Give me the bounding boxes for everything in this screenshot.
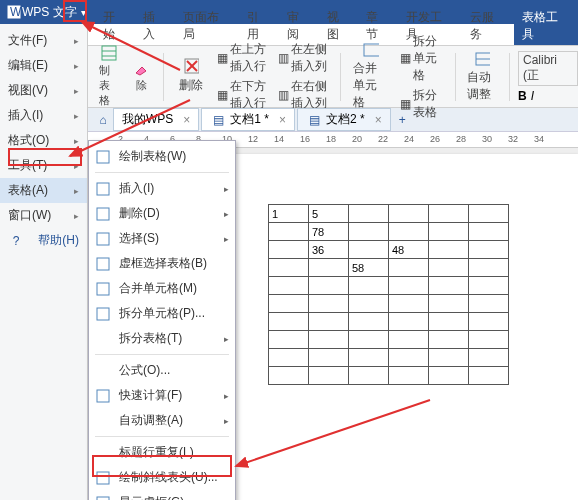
table-cell[interactable]: [349, 295, 389, 313]
table-cell[interactable]: 48: [389, 241, 429, 259]
submenu-item-splitc[interactable]: 拆分单元格(P)...: [89, 301, 235, 326]
table-cell[interactable]: [389, 277, 429, 295]
table-cell[interactable]: [389, 331, 429, 349]
table-cell[interactable]: [309, 259, 349, 277]
table-cell[interactable]: [269, 241, 309, 259]
table-row[interactable]: [269, 313, 509, 331]
menu-item-format[interactable]: 格式(O)▸: [0, 128, 87, 153]
table-cell[interactable]: [429, 241, 469, 259]
table-cell[interactable]: [469, 205, 509, 223]
tab-start[interactable]: 开始: [95, 7, 135, 45]
table-cell[interactable]: [349, 223, 389, 241]
table-cell[interactable]: [429, 205, 469, 223]
submenu-item-del[interactable]: 删除(D)▸: [89, 201, 235, 226]
doc-tab-mywps[interactable]: 我的WPS×: [113, 108, 199, 131]
tab-insert[interactable]: 插入: [135, 7, 175, 45]
menu-item-table[interactable]: 表格(A)▸: [0, 178, 87, 203]
submenu-item-merge[interactable]: 合并单元格(M): [89, 276, 235, 301]
table-cell[interactable]: [349, 241, 389, 259]
table-cell[interactable]: [429, 223, 469, 241]
submenu-item-sel[interactable]: 选择(S)▸: [89, 226, 235, 251]
doc-tab-2[interactable]: ▤文档2 *×: [297, 108, 391, 131]
table-cell[interactable]: 78: [309, 223, 349, 241]
submenu-item-dashsel[interactable]: 虚框选择表格(B): [89, 251, 235, 276]
table-cell[interactable]: [309, 367, 349, 385]
delete-button[interactable]: 删除: [172, 57, 210, 96]
table-cell[interactable]: [389, 295, 429, 313]
table-cell[interactable]: [349, 349, 389, 367]
close-icon[interactable]: ×: [375, 113, 382, 127]
table-row[interactable]: 78: [269, 223, 509, 241]
table-cell[interactable]: 58: [349, 259, 389, 277]
table-cell[interactable]: 5: [309, 205, 349, 223]
menu-item-window[interactable]: 窗口(W)▸: [0, 203, 87, 228]
table-cell[interactable]: [389, 223, 429, 241]
italic-button[interactable]: I: [531, 89, 534, 103]
insert-above-button[interactable]: ▦在上方插入行: [214, 40, 271, 76]
table-cell[interactable]: [269, 349, 309, 367]
table-cell[interactable]: [429, 313, 469, 331]
table-cell[interactable]: [389, 313, 429, 331]
submenu-item-showdash[interactable]: 显示虚框(G): [89, 490, 235, 500]
submenu-item-draw[interactable]: 绘制表格(W): [89, 144, 235, 169]
title-dropdown-icon[interactable]: ▾: [81, 7, 86, 18]
table-cell[interactable]: [469, 349, 509, 367]
table-cell[interactable]: [309, 277, 349, 295]
bold-button[interactable]: B: [518, 89, 527, 103]
tab-cloud[interactable]: 云服务: [462, 7, 514, 45]
table-cell[interactable]: [389, 349, 429, 367]
table-row[interactable]: 58: [269, 259, 509, 277]
merge-cells-button[interactable]: 合并单元格: [349, 40, 393, 113]
autofit-button[interactable]: 自动调整: [463, 49, 501, 105]
table-cell[interactable]: [429, 259, 469, 277]
menu-item-tool[interactable]: 工具(T)▸: [0, 153, 87, 178]
menu-item-view[interactable]: 视图(V)▸: [0, 78, 87, 103]
table-row[interactable]: [269, 349, 509, 367]
table-cell[interactable]: [469, 259, 509, 277]
table-cell[interactable]: [269, 223, 309, 241]
submenu-item-ins[interactable]: 插入(I)▸: [89, 176, 235, 201]
table-cell[interactable]: [349, 205, 389, 223]
submenu-item-header[interactable]: 标题行重复(L): [89, 440, 235, 465]
menu-item-help[interactable]: ?帮助(H): [0, 228, 87, 253]
table-cell[interactable]: [269, 313, 309, 331]
add-tab-button[interactable]: +: [393, 113, 412, 127]
table-cell[interactable]: [469, 313, 509, 331]
table-cell[interactable]: [269, 295, 309, 313]
eraser-button[interactable]: 除: [127, 58, 155, 95]
table-cell[interactable]: [469, 295, 509, 313]
table-cell[interactable]: [469, 223, 509, 241]
table-row[interactable]: [269, 331, 509, 349]
table-cell[interactable]: [389, 259, 429, 277]
data-table[interactable]: 1578364858: [268, 204, 509, 385]
table-cell[interactable]: [429, 277, 469, 295]
table-cell[interactable]: [469, 331, 509, 349]
table-row[interactable]: [269, 367, 509, 385]
submenu-item-formula[interactable]: 公式(O)...: [89, 358, 235, 383]
table-cell[interactable]: [469, 241, 509, 259]
table-cell[interactable]: [269, 331, 309, 349]
table-row[interactable]: [269, 277, 509, 295]
table-cell[interactable]: [389, 367, 429, 385]
split-cells-button[interactable]: ▦拆分单元格: [397, 32, 447, 85]
table-cell[interactable]: [269, 277, 309, 295]
table-cell[interactable]: [269, 259, 309, 277]
submenu-item-calc[interactable]: 快速计算(F)▸: [89, 383, 235, 408]
table-row[interactable]: 3648: [269, 241, 509, 259]
menu-item-insert[interactable]: 插入(I)▸: [0, 103, 87, 128]
font-selector[interactable]: Calibri (正: [518, 51, 578, 86]
table-cell[interactable]: [349, 331, 389, 349]
table-cell[interactable]: [349, 313, 389, 331]
table-cell[interactable]: [269, 367, 309, 385]
table-cell[interactable]: [349, 367, 389, 385]
table-cell[interactable]: [389, 205, 429, 223]
table-cell[interactable]: [469, 277, 509, 295]
table-cell[interactable]: 36: [309, 241, 349, 259]
table-cell[interactable]: [309, 349, 349, 367]
doc-tab-1[interactable]: ▤文档1 *×: [201, 108, 295, 131]
insert-left-button[interactable]: ▥在左侧插入列: [275, 40, 332, 76]
table-cell[interactable]: [469, 367, 509, 385]
menu-item-file[interactable]: 文件(F)▸: [0, 28, 87, 53]
table-cell[interactable]: [309, 295, 349, 313]
table-cell[interactable]: [429, 349, 469, 367]
